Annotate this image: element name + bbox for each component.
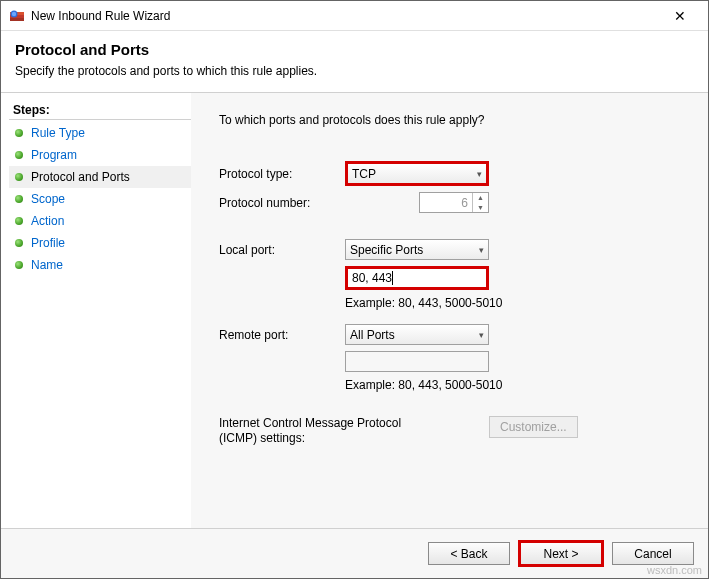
step-scope[interactable]: Scope xyxy=(9,188,191,210)
protocol-type-label: Protocol type: xyxy=(219,167,345,181)
steps-sidebar: Steps: Rule Type Program Protocol and Po… xyxy=(1,93,191,528)
step-protocol-and-ports[interactable]: Protocol and Ports xyxy=(9,166,191,188)
row-remote-port-select: Remote port: All Ports ▾ xyxy=(219,324,684,345)
row-protocol-number: Protocol number: 6 ▲▼ xyxy=(219,192,684,213)
step-label: Scope xyxy=(31,192,65,206)
step-label: Profile xyxy=(31,236,65,250)
step-label: Action xyxy=(31,214,64,228)
protocol-number-label: Protocol number: xyxy=(219,196,345,210)
wizard-footer: < Back Next > Cancel xyxy=(1,528,708,578)
wizard-header: Protocol and Ports Specify the protocols… xyxy=(1,31,708,92)
local-port-select[interactable]: Specific Ports ▾ xyxy=(345,239,489,260)
row-protocol-type: Protocol type: TCP ▾ xyxy=(219,161,684,186)
step-program[interactable]: Program xyxy=(9,144,191,166)
step-action[interactable]: Action xyxy=(9,210,191,232)
next-label: Next > xyxy=(543,547,578,561)
wizard-body: Steps: Rule Type Program Protocol and Po… xyxy=(1,92,708,528)
icmp-label: Internet Control Message Protocol (ICMP)… xyxy=(219,416,419,446)
step-label: Program xyxy=(31,148,77,162)
window-title: New Inbound Rule Wizard xyxy=(31,9,660,23)
chevron-down-icon: ▾ xyxy=(477,169,482,179)
bullet-icon xyxy=(15,129,23,137)
chevron-down-icon: ▾ xyxy=(479,330,484,340)
back-button[interactable]: < Back xyxy=(428,542,510,565)
spinner-arrows: ▲▼ xyxy=(472,193,488,212)
next-button[interactable]: Next > xyxy=(521,543,601,564)
steps-heading: Steps: xyxy=(9,101,191,120)
close-button[interactable]: ✕ xyxy=(660,2,700,30)
svg-rect-2 xyxy=(10,18,24,21)
row-remote-port-input xyxy=(219,351,684,372)
question-text: To which ports and protocols does this r… xyxy=(219,113,684,127)
local-port-input[interactable]: 80, 443 xyxy=(348,269,486,287)
bullet-icon xyxy=(15,173,23,181)
step-label: Rule Type xyxy=(31,126,85,140)
icmp-customize-button: Customize... xyxy=(489,416,578,438)
cancel-button[interactable]: Cancel xyxy=(612,542,694,565)
local-port-select-value: Specific Ports xyxy=(350,243,423,257)
remote-port-select-value: All Ports xyxy=(350,328,395,342)
wizard-window: New Inbound Rule Wizard ✕ Protocol and P… xyxy=(0,0,709,579)
icmp-button-label: Customize... xyxy=(500,420,567,434)
highlight-next: Next > xyxy=(518,540,604,567)
step-name[interactable]: Name xyxy=(9,254,191,276)
protocol-type-select[interactable]: TCP ▾ xyxy=(348,164,486,183)
bullet-icon xyxy=(15,195,23,203)
remote-port-label: Remote port: xyxy=(219,328,345,342)
remote-port-input[interactable] xyxy=(345,351,489,372)
watermark: wsxdn.com xyxy=(647,564,702,576)
firewall-icon xyxy=(9,8,25,24)
highlight-local-port: 80, 443 xyxy=(345,266,489,290)
protocol-type-value: TCP xyxy=(352,167,376,181)
page-subtitle: Specify the protocols and ports to which… xyxy=(15,64,694,78)
protocol-number-value: 6 xyxy=(420,196,472,210)
bullet-icon xyxy=(15,261,23,269)
chevron-down-icon: ▼ xyxy=(473,203,488,213)
text-cursor xyxy=(392,271,393,285)
bullet-icon xyxy=(15,239,23,247)
chevron-down-icon: ▾ xyxy=(479,245,484,255)
back-label: < Back xyxy=(450,547,487,561)
local-port-value: 80, 443 xyxy=(352,271,392,285)
titlebar: New Inbound Rule Wizard ✕ xyxy=(1,1,708,31)
local-port-label: Local port: xyxy=(219,243,345,257)
row-local-port-input: 80, 443 xyxy=(219,266,684,290)
step-rule-type[interactable]: Rule Type xyxy=(9,122,191,144)
page-title: Protocol and Ports xyxy=(15,41,694,58)
remote-port-select[interactable]: All Ports ▾ xyxy=(345,324,489,345)
bullet-icon xyxy=(15,217,23,225)
remote-port-example: Example: 80, 443, 5000-5010 xyxy=(345,378,684,392)
chevron-up-icon: ▲ xyxy=(473,193,488,203)
local-port-example: Example: 80, 443, 5000-5010 xyxy=(345,296,684,310)
step-profile[interactable]: Profile xyxy=(9,232,191,254)
highlight-protocol-type: TCP ▾ xyxy=(345,161,489,186)
step-label: Protocol and Ports xyxy=(31,170,130,184)
row-local-port-select: Local port: Specific Ports ▾ xyxy=(219,239,684,260)
protocol-number-spinner: 6 ▲▼ xyxy=(419,192,489,213)
wizard-content: To which ports and protocols does this r… xyxy=(191,93,708,528)
cancel-label: Cancel xyxy=(634,547,671,561)
bullet-icon xyxy=(15,151,23,159)
step-label: Name xyxy=(31,258,63,272)
svg-point-4 xyxy=(12,11,16,15)
row-icmp: Internet Control Message Protocol (ICMP)… xyxy=(219,416,684,446)
